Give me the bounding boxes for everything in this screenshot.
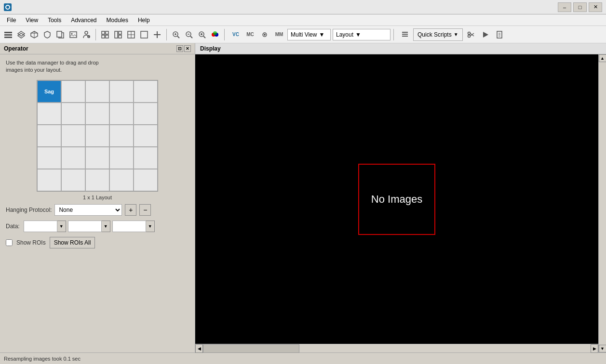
data-input-1[interactable] — [24, 221, 57, 232]
grid-cell-4-1[interactable] — [61, 169, 85, 191]
no-images-text: No Images — [371, 193, 422, 206]
operator-panel: Operator ⊡ ✕ Use the data manager to dra… — [0, 43, 195, 352]
maximize-button[interactable]: □ — [573, 2, 587, 12]
grid-cell-2-1[interactable] — [61, 125, 85, 147]
toolbar-colors-icon[interactable] — [209, 28, 221, 41]
close-button[interactable]: ✕ — [589, 2, 602, 12]
toolbar-zoom-out-icon[interactable] — [183, 28, 195, 41]
toolbar-mc-icon[interactable]: MC — [244, 28, 256, 41]
toolbar-person-icon[interactable]: + — [80, 28, 93, 41]
grid-row-3 — [37, 147, 158, 169]
grid-cell-4-3[interactable] — [109, 169, 134, 191]
hanging-protocol-select[interactable]: None — [54, 204, 122, 216]
toolbar-layers-icon[interactable] — [2, 28, 14, 41]
toolbar-vc-icon[interactable]: VC — [229, 28, 242, 41]
layout-dropdown[interactable]: Layout ▼ — [333, 29, 391, 40]
grid-cell-4-0[interactable] — [37, 169, 61, 191]
show-rois-checkbox[interactable] — [6, 239, 13, 246]
grid-cell-4-2[interactable] — [85, 169, 109, 191]
grid-cell-2-3[interactable] — [109, 125, 134, 147]
view-dropdown[interactable]: Multi View ▼ — [287, 29, 331, 40]
grid-cell-1-0[interactable] — [37, 103, 61, 125]
quick-scripts-label: Quick Scripts — [417, 31, 452, 38]
grid-cell-1-1[interactable] — [61, 103, 85, 125]
toolbar-grid-icon[interactable] — [125, 28, 137, 41]
layout-dropdown-label: Layout — [336, 31, 353, 38]
grid-cell-0-0[interactable]: Sag — [37, 80, 61, 103]
menu-file[interactable]: File — [2, 16, 21, 25]
grid-cell-0-4[interactable] — [134, 80, 158, 103]
toolbar-stack-icon[interactable] — [15, 28, 27, 41]
grid-cell-3-2[interactable] — [85, 147, 109, 169]
toolbar-grid2-icon[interactable] — [99, 28, 111, 41]
toolbar-plus-icon[interactable] — [151, 28, 163, 41]
grid-cell-0-1[interactable] — [61, 80, 85, 103]
grid-cell-2-4[interactable] — [134, 125, 158, 147]
toolbar-multiview-icon[interactable] — [112, 28, 124, 41]
data-dropdown-3[interactable]: ▼ — [146, 221, 155, 232]
panel-header-controls: ⊡ ✕ — [176, 45, 191, 52]
data-input-3[interactable] — [112, 221, 146, 232]
grid-cell-1-2[interactable] — [85, 103, 109, 125]
view-dropdown-arrow: ▼ — [319, 31, 324, 38]
svg-rect-18 — [102, 35, 105, 38]
grid-cell-3-4[interactable] — [134, 147, 158, 169]
scroll-up-arrow[interactable]: ▲ — [599, 54, 606, 62]
display-right-area: No Images ◀ ▶ ▲ ▼ — [195, 54, 606, 352]
data-dropdown-1[interactable]: ▼ — [57, 221, 66, 232]
grid-cell-2-2[interactable] — [85, 125, 109, 147]
scroll-left-arrow[interactable]: ◀ — [195, 344, 203, 353]
menu-modules[interactable]: Modules — [102, 16, 133, 25]
menu-view[interactable]: View — [21, 16, 43, 25]
toolbar-zoom-in-icon[interactable] — [170, 28, 182, 41]
grid-cell-0-3[interactable] — [109, 80, 134, 103]
scroll-right-arrow[interactable]: ▶ — [591, 344, 598, 353]
scroll-down-arrow[interactable]: ▼ — [599, 345, 606, 352]
show-rois-all-button[interactable]: Show ROIs All — [50, 237, 95, 248]
svg-rect-2 — [4, 37, 12, 38]
data-label: Data: — [6, 223, 20, 230]
display-content[interactable]: No Images — [195, 54, 598, 344]
toolbar-script-list-icon[interactable] — [399, 28, 411, 41]
toolbar-image-icon[interactable] — [67, 28, 80, 41]
toolbar-cube-icon[interactable] — [28, 28, 40, 41]
svg-marker-5 — [18, 31, 25, 36]
status-bar: Resampling images took 0.1 sec — [0, 352, 606, 364]
toolbar-square-icon[interactable] — [138, 28, 150, 41]
grid-cell-2-0[interactable] — [37, 125, 61, 147]
grid-cell-3-1[interactable] — [61, 147, 85, 169]
grid-row-2 — [37, 125, 158, 147]
toolbar-import-icon[interactable] — [54, 28, 67, 41]
data-input-2[interactable] — [68, 221, 102, 232]
grid-cell-0-2[interactable] — [85, 80, 109, 103]
layout-grid[interactable]: Sag — [37, 80, 158, 192]
scroll-thumb[interactable] — [203, 344, 299, 353]
minimize-button[interactable]: – — [558, 2, 571, 12]
grid-cell-4-4[interactable] — [134, 169, 158, 191]
grid-cell-1-3[interactable] — [109, 103, 134, 125]
svg-rect-19 — [106, 35, 108, 38]
toolbar-play-icon[interactable] — [479, 28, 492, 41]
operator-title: Operator — [4, 45, 28, 52]
svg-rect-45 — [402, 36, 408, 37]
hanging-protocol-remove-button[interactable]: − — [139, 204, 151, 216]
data-dropdown-2[interactable]: ▼ — [102, 221, 110, 232]
panel-resize-button[interactable]: ⊡ — [176, 45, 183, 52]
toolbar-gear-icon[interactable] — [258, 28, 271, 41]
toolbar-scissors-icon[interactable] — [465, 28, 477, 41]
toolbar-document-icon[interactable] — [494, 28, 506, 41]
menu-tools[interactable]: Tools — [43, 16, 66, 25]
panel-close-button[interactable]: ✕ — [184, 45, 191, 52]
toolbar-shield-icon[interactable] — [41, 28, 54, 41]
hanging-protocol-add-button[interactable]: + — [125, 204, 136, 216]
grid-cell-3-3[interactable] — [109, 147, 134, 169]
menu-advanced[interactable]: Advanced — [66, 16, 101, 25]
grid-cell-3-0[interactable] — [37, 147, 61, 169]
toolbar-mm-icon[interactable]: MM — [273, 28, 285, 41]
display-header: Display — [195, 43, 606, 54]
toolbar-zoom-fit-icon[interactable] — [196, 28, 208, 41]
menu-help[interactable]: Help — [133, 16, 155, 25]
grid-cell-1-4[interactable] — [134, 103, 158, 125]
no-images-box: No Images — [358, 164, 435, 235]
quick-scripts-button[interactable]: Quick Scripts ▼ — [413, 28, 463, 41]
